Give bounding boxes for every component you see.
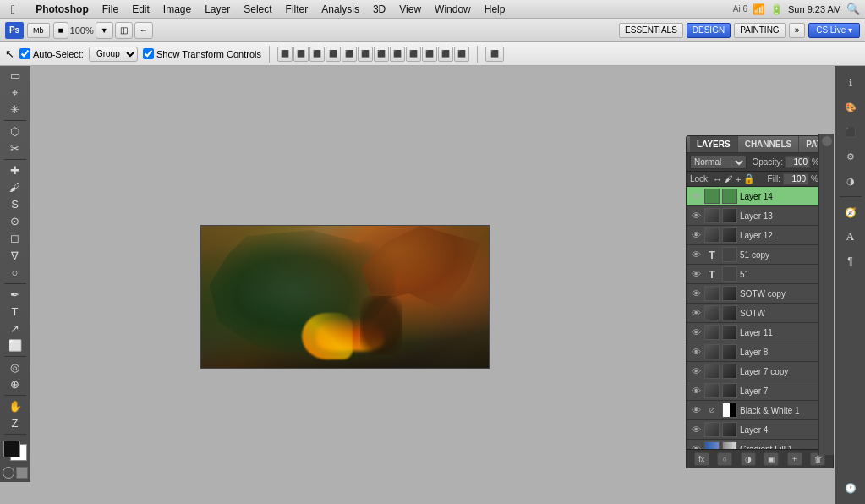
menu-select[interactable]: Select [238,2,277,17]
layer-row[interactable]: 👁 SOTW [687,304,833,323]
painting-btn[interactable]: PAINTING [734,23,785,38]
distribute-right[interactable]: ⬛ [406,47,421,62]
cs-live-btn[interactable]: CS Live ▾ [808,23,860,38]
search-icon[interactable]: 🔍 [846,3,860,15]
layer-row[interactable]: 👁 Layer 7 copy [687,362,833,381]
brush-tool[interactable]: 🖌 [3,179,28,195]
eraser-tool[interactable]: ◻ [3,230,28,246]
distribute-top[interactable]: ⬛ [422,47,437,62]
side-a-btn[interactable]: A [839,226,862,248]
crop-tool[interactable]: ⬡ [3,123,28,140]
distribute-v-center[interactable]: ⬛ [438,47,453,62]
quick-mask[interactable] [3,467,14,479]
eye-icon-51[interactable]: 👁 [690,268,702,280]
side-info-btn[interactable]: ℹ [839,72,862,94]
menu-help[interactable]: Help [479,2,512,17]
align-v-center[interactable]: ⬛ [342,47,357,62]
gradient-tool[interactable]: ∇ [3,247,28,263]
eyedropper-tool[interactable]: ⊕ [3,376,28,392]
add-style-btn[interactable]: fx [694,452,709,466]
lock-paint-icon[interactable]: 🖌 [725,174,733,184]
zoom-dropdown[interactable]: ▼ [96,22,113,39]
expand-handle[interactable] [822,136,832,146]
align-top-edges[interactable]: ⬛ [326,47,341,62]
screen-mode[interactable] [16,467,28,479]
menu-window[interactable]: Window [429,2,477,17]
show-transform-checkbox[interactable] [143,48,154,59]
eye-icon-sotw[interactable]: 👁 [690,307,702,319]
layer-row[interactable]: 👁 SOTW copy [687,284,833,304]
auto-select-checkbox[interactable] [19,48,30,59]
healing-tool[interactable]: ✚ [3,162,28,178]
history-brush[interactable]: ⊙ [3,213,28,229]
menu-photoshop[interactable]: Photoshop [30,2,95,17]
foreground-color[interactable] [3,441,20,457]
menu-image[interactable]: Image [157,2,197,17]
new-group-btn[interactable]: ▣ [764,452,779,466]
eye-icon-8[interactable]: 👁 [690,346,702,358]
new-layer-btn[interactable]: + [787,452,802,466]
side-masks-btn[interactable]: ◑ [839,170,862,192]
zoom-tool[interactable]: Z [3,415,28,431]
menu-analysis[interactable]: Analysis [315,2,365,17]
slice-tool[interactable]: ✂ [3,140,28,156]
layer-row[interactable]: 👁 Layer 13 [687,206,833,226]
eye-icon-11[interactable]: 👁 [690,326,702,338]
arrange-btn[interactable]: ↔ [134,22,153,39]
eye-icon-4[interactable]: 👁 [690,424,702,436]
layer-row[interactable]: 👁 Layer 7 [687,381,833,401]
auto-select-dropdown[interactable]: Group Layer [89,47,138,62]
canvas-mode[interactable]: ■ [53,22,68,39]
lock-position-icon[interactable]: ↔ [713,174,722,184]
layer-row[interactable]: 👁 ⊘ Black & White 1 [687,401,833,420]
menu-layer[interactable]: Layer [199,2,236,17]
eye-icon-bw[interactable]: 👁 [690,404,702,416]
align-left-edges[interactable]: ⬛ [277,47,293,62]
eye-icon-gf1[interactable]: 👁 [690,443,702,449]
wand-tool[interactable]: ✳ [3,101,28,118]
align-right-edges[interactable]: ⬛ [309,47,325,62]
menu-file[interactable]: File [96,2,124,17]
lock-all-icon[interactable]: + [736,174,741,184]
mb-button[interactable]: Mb [27,23,50,38]
new-adjustment-btn[interactable]: ◑ [741,452,756,466]
lasso-tool[interactable]: ⌖ [3,85,28,101]
stamp-tool[interactable]: S [3,196,28,212]
eye-icon-sotwcopy[interactable]: 👁 [690,288,702,299]
distribute-bottom[interactable]: ⬛ [454,47,469,62]
eye-icon-12[interactable]: 👁 [690,229,702,241]
lock-icon[interactable]: 🔒 [743,173,755,184]
path-selection[interactable]: ↗ [3,320,28,337]
layer-row[interactable]: 👁 Gradient Fill 1 [687,440,833,449]
auto-align-layers[interactable]: ⬛ [485,47,504,62]
channels-tab[interactable]: CHANNELS [738,136,800,152]
marquee-tool[interactable]: ▭ [3,68,28,84]
distribute-left[interactable]: ⬛ [374,47,389,62]
menu-view[interactable]: View [393,2,427,17]
workspace-expand[interactable]: » [789,23,806,38]
type-tool[interactable]: T [3,304,28,320]
layer-row[interactable]: 👁 T 51 [687,265,833,284]
side-color-btn[interactable]: 🎨 [839,96,862,118]
layer-row[interactable]: 👁 Layer 11 [687,323,833,342]
layers-tab[interactable]: LAYERS [690,136,738,152]
view-mode[interactable]: ◫ [115,22,133,39]
blend-mode-dropdown[interactable]: Normal Multiply Screen Overlay [690,156,747,169]
menu-edit[interactable]: Edit [126,2,156,17]
notes-tool[interactable]: ◎ [3,359,28,375]
distribute-h-center[interactable]: ⬛ [390,47,405,62]
eye-icon-7copy[interactable]: 👁 [690,365,702,377]
eye-icon-14[interactable]: 👁 [690,190,702,202]
side-adjustments-btn[interactable]: ⚙ [839,145,862,167]
menu-3d[interactable]: 3D [367,2,391,17]
eye-icon-7[interactable]: 👁 [690,385,702,397]
layer-row[interactable]: 👁 Layer 14 [687,187,833,206]
menu-filter[interactable]: Filter [280,2,315,17]
pen-tool[interactable]: ✒ [3,287,28,303]
layer-row[interactable]: 👁 Layer 4 [687,420,833,440]
layer-row[interactable]: 👁 Layer 8 [687,342,833,362]
side-history-btn[interactable]: 🕐 [839,477,862,499]
layer-row[interactable]: 👁 Layer 12 [687,226,833,245]
align-bottom-edges[interactable]: ⬛ [358,47,373,62]
essentials-btn[interactable]: ESSENTIALS [619,23,683,38]
